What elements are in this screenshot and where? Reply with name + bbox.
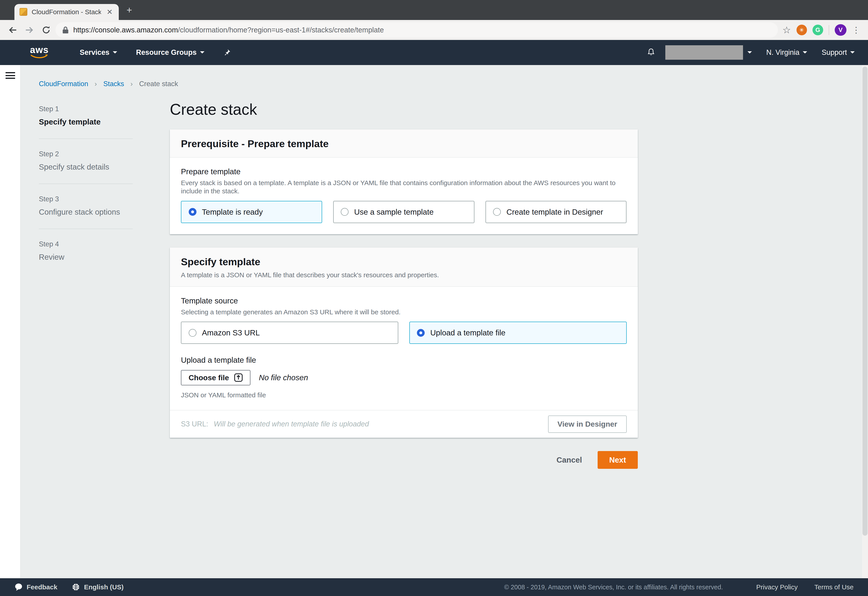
nav-services[interactable]: Services	[80, 49, 117, 57]
copyright-text: © 2008 - 2019, Amazon Web Services, Inc.…	[504, 584, 723, 591]
notifications-bell-icon[interactable]	[647, 48, 655, 57]
prerequisite-panel: Prerequisite - Prepare template Prepare …	[170, 130, 638, 234]
step-divider	[39, 229, 133, 229]
url-text: https://console.aws.amazon.com/cloudform…	[73, 26, 384, 34]
browser-tab[interactable]: CloudFormation - Stack ✕	[15, 4, 119, 20]
radio-unchecked-icon	[493, 208, 501, 216]
breadcrumb-stacks[interactable]: Stacks	[103, 80, 124, 88]
side-nav-strip	[0, 65, 21, 578]
breadcrumb-separator-icon: ›	[90, 80, 101, 88]
template-source-options: Amazon S3 URL Upload a template file	[181, 322, 627, 344]
radio-checked-icon	[189, 208, 196, 216]
step-4-review[interactable]: Step 4 Review	[39, 240, 133, 262]
feedback-bubble-icon	[15, 583, 23, 592]
toolbar-right: ☆ ✳ G V ⋮	[780, 24, 862, 36]
file-format-help-text: JSON or YAML formatted file	[181, 391, 627, 399]
step-2-specify-stack-details[interactable]: Step 2 Specify stack details	[39, 150, 133, 172]
chevron-down-icon	[803, 51, 807, 53]
radio-unchecked-icon	[341, 208, 348, 216]
back-icon[interactable]	[6, 23, 20, 37]
tab-close-icon[interactable]: ✕	[105, 7, 114, 17]
s3-url-row: S3 URL: Will be generated when template …	[170, 410, 638, 438]
radio-tile-create-template-in-designer[interactable]: Create template in Designer	[486, 201, 627, 223]
radio-checked-icon	[417, 329, 425, 337]
browser-toolbar: https://console.aws.amazon.com/cloudform…	[0, 20, 868, 40]
side-nav-toggle-icon[interactable]	[6, 72, 15, 81]
scrollbar-thumb[interactable]	[862, 66, 868, 536]
page-content: CloudFormation › Stacks › Create stack S…	[0, 65, 868, 578]
new-tab-icon[interactable]: +	[127, 5, 132, 15]
refresh-icon[interactable]	[39, 23, 53, 37]
upload-icon	[234, 373, 243, 382]
bookmark-star-icon[interactable]: ☆	[782, 25, 791, 35]
specify-template-panel-title: Specify template	[181, 256, 627, 268]
view-in-designer-button[interactable]: View in Designer	[548, 416, 626, 433]
upload-template-file-label: Upload a template file	[181, 355, 627, 365]
aws-smile-icon	[30, 54, 48, 59]
prepare-template-description: Every stack is based on a template. A te…	[181, 179, 627, 195]
radio-tile-amazon-s3-url[interactable]: Amazon S3 URL	[181, 322, 398, 344]
padlock-icon	[62, 26, 69, 34]
prepare-template-options: Template is ready Use a sample template …	[181, 201, 627, 223]
url-bar[interactable]: https://console.aws.amazon.com/cloudform…	[56, 22, 778, 38]
nav-resource-groups[interactable]: Resource Groups	[136, 49, 204, 57]
scrollbar[interactable]	[862, 65, 868, 578]
tab-title: CloudFormation - Stack	[32, 8, 101, 16]
breadcrumb: CloudFormation › Stacks › Create stack	[39, 80, 178, 88]
toolbar-divider	[829, 25, 830, 35]
radio-tile-template-is-ready[interactable]: Template is ready	[181, 201, 322, 223]
step-divider	[39, 184, 133, 184]
breadcrumb-cloudformation[interactable]: CloudFormation	[39, 80, 88, 88]
s3-url-placeholder-text: Will be generated when template file is …	[214, 420, 548, 428]
console-footer: Feedback English (US) © 2008 - 2019, Ama…	[0, 578, 868, 596]
template-source-label: Template source	[181, 296, 627, 306]
step-1-specify-template[interactable]: Step 1 Specify template	[39, 105, 133, 127]
template-source-description: Selecting a template generates an Amazon…	[181, 308, 627, 316]
no-file-chosen-text: No file chosen	[259, 373, 308, 382]
aws-top-nav: aws Services Resource Groups N. Virginia…	[0, 40, 868, 65]
extension-icon-orange[interactable]: ✳	[797, 25, 807, 35]
account-name-redacted[interactable]	[665, 45, 743, 60]
main-column: Create stack Prerequisite - Prepare temp…	[170, 99, 638, 469]
wizard-steps: Step 1 Specify template Step 2 Specify s…	[39, 105, 133, 262]
aws-logo[interactable]: aws	[30, 46, 49, 59]
radio-unchecked-icon	[189, 329, 196, 337]
prerequisite-panel-body: Prepare template Every stack is based on…	[170, 158, 638, 234]
prerequisite-panel-title: Prerequisite - Prepare template	[181, 138, 627, 150]
nav-region[interactable]: N. Virginia	[766, 49, 807, 57]
s3-url-label: S3 URL:	[181, 420, 208, 428]
breadcrumb-current: Create stack	[139, 80, 178, 88]
radio-tile-use-sample-template[interactable]: Use a sample template	[333, 201, 474, 223]
browser-menu-icon[interactable]: ⋮	[852, 25, 861, 35]
chevron-down-icon	[747, 51, 752, 53]
choose-file-button[interactable]: Choose file	[181, 370, 250, 385]
chevron-down-icon	[113, 51, 117, 53]
browser-tabstrip: CloudFormation - Stack ✕ +	[0, 0, 868, 20]
prepare-template-label: Prepare template	[181, 167, 627, 177]
terms-of-use-link[interactable]: Terms of Use	[814, 583, 853, 591]
chevron-down-icon	[200, 51, 204, 53]
browser-profile-avatar[interactable]: V	[835, 24, 846, 36]
cloudformation-favicon-icon	[19, 8, 27, 16]
aws-console-window: CloudFormation - Stack ✕ + https://conso…	[0, 0, 868, 596]
prerequisite-panel-header: Prerequisite - Prepare template	[170, 130, 638, 158]
nav-support[interactable]: Support	[822, 49, 855, 57]
step-3-configure-stack-options[interactable]: Step 3 Configure stack options	[39, 195, 133, 217]
privacy-policy-link[interactable]: Privacy Policy	[756, 583, 798, 591]
choose-file-row: Choose file No file chosen	[181, 370, 627, 385]
radio-tile-upload-template-file[interactable]: Upload a template file	[409, 322, 627, 344]
specify-template-panel-header: Specify template A template is a JSON or…	[170, 248, 638, 287]
language-selector[interactable]: English (US)	[72, 583, 123, 592]
wizard-actions: Cancel Next	[170, 451, 638, 469]
extension-icon-grammarly[interactable]: G	[812, 25, 823, 35]
specify-template-panel: Specify template A template is a JSON or…	[170, 248, 638, 438]
specify-template-panel-description: A template is a JSON or YAML file that d…	[181, 271, 627, 279]
chevron-down-icon	[850, 51, 855, 53]
pin-icon[interactable]	[223, 49, 231, 56]
forward-icon[interactable]	[22, 23, 37, 37]
specify-template-panel-body: Template source Selecting a template gen…	[170, 287, 638, 410]
cancel-button[interactable]: Cancel	[557, 456, 582, 465]
feedback-button[interactable]: Feedback	[15, 583, 57, 592]
step-divider	[39, 139, 133, 139]
next-button[interactable]: Next	[598, 451, 638, 469]
